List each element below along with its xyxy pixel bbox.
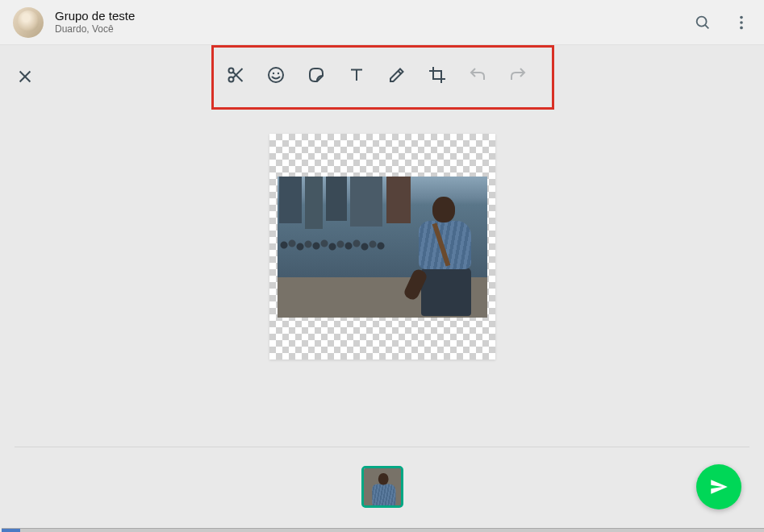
svg-point-2: [740, 15, 743, 19]
chat-subtitle: Duardo, Você: [55, 23, 693, 36]
chat-title: Grupo de teste: [55, 8, 693, 24]
send-icon: [708, 476, 729, 497]
cut-tool-icon[interactable]: [226, 65, 245, 85]
svg-line-1: [705, 24, 708, 27]
draw-tool-icon[interactable]: [387, 65, 407, 85]
thumbnail-selected[interactable]: [361, 466, 403, 508]
search-icon[interactable]: [693, 13, 712, 32]
close-icon[interactable]: [16, 68, 34, 89]
svg-point-13: [278, 73, 279, 74]
preview-image: [278, 177, 487, 318]
thumbnail-tray: [361, 466, 403, 508]
send-button[interactable]: [696, 464, 741, 509]
redo-tool-icon: [508, 65, 528, 85]
undo-tool-icon: [468, 65, 487, 85]
editor-content: [0, 45, 764, 532]
chat-header: Grupo de teste Duardo, Você: [0, 0, 764, 45]
image-edit-toolbar: [226, 65, 528, 85]
svg-point-11: [269, 68, 283, 82]
group-avatar[interactable]: [13, 7, 44, 38]
svg-point-8: [229, 77, 234, 82]
text-tool-icon[interactable]: [347, 65, 366, 85]
svg-point-7: [229, 69, 234, 73]
header-actions: [693, 13, 751, 32]
svg-point-3: [740, 21, 743, 24]
header-info[interactable]: Grupo de teste Duardo, Você: [55, 8, 693, 36]
svg-point-12: [273, 73, 274, 74]
emoji-tool-icon[interactable]: [266, 65, 286, 85]
sticker-tool-icon[interactable]: [307, 65, 326, 85]
svg-line-16: [399, 71, 402, 74]
crop-tool-icon[interactable]: [428, 65, 447, 85]
svg-point-0: [697, 16, 707, 26]
tray-divider: [15, 447, 749, 447]
menu-icon[interactable]: [732, 13, 751, 32]
svg-point-4: [740, 26, 743, 29]
image-canvas[interactable]: [269, 134, 495, 360]
window-bottom-bar: [2, 528, 764, 532]
